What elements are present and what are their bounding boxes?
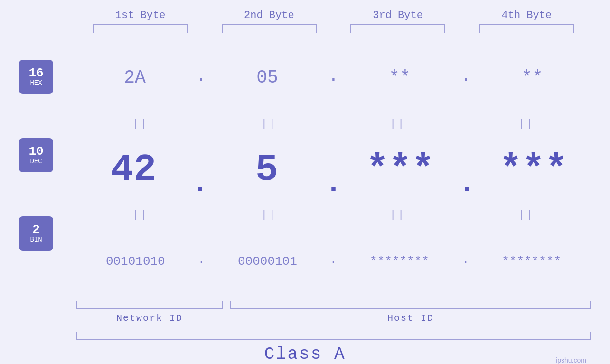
- eq1-b3: ||: [341, 118, 455, 130]
- class-row: Class A ipshu.com: [0, 345, 610, 364]
- bin-badge-num: 2: [32, 224, 40, 236]
- bracket-byte1: [93, 24, 188, 33]
- byte2-header: 2nd Byte: [212, 9, 326, 21]
- hex-dot2: .: [328, 65, 339, 90]
- hex-byte2-cell: 05: [210, 67, 324, 88]
- bin-dot2: .: [329, 252, 338, 271]
- dec-badge-num: 10: [28, 145, 43, 158]
- dec-dot3: .: [458, 153, 475, 200]
- bin-byte3-value: ********: [370, 254, 429, 269]
- bin-byte1-value: 00101010: [106, 254, 165, 269]
- host-bracket: [230, 301, 591, 309]
- bottom-brackets: [76, 301, 591, 309]
- eq2-b3: ||: [341, 209, 455, 221]
- bin-badge: 2 BIN: [19, 216, 53, 251]
- dec-byte2-value: 5: [255, 148, 278, 191]
- eq2-b2: ||: [212, 209, 326, 221]
- dec-byte3-value: ***: [366, 148, 434, 191]
- bracket-byte2: [222, 24, 317, 33]
- hex-byte4-value: **: [521, 67, 543, 88]
- hex-row: 2A . 05 . ** . **: [76, 37, 591, 118]
- watermark: ipshu.com: [556, 356, 586, 364]
- bin-byte4-cell: ********: [475, 254, 589, 269]
- eq1-b1: ||: [84, 118, 197, 130]
- bin-dot3: .: [461, 252, 469, 271]
- top-brackets: [0, 24, 610, 33]
- bottom-labels: Network ID Host ID: [76, 313, 591, 324]
- main-container: 1st Byte 2nd Byte 3rd Byte 4th Byte 16 H…: [0, 0, 610, 364]
- byte3-header: 3rd Byte: [341, 9, 455, 21]
- equals-row-1: || || || ||: [76, 118, 591, 130]
- bracket-byte3: [350, 24, 445, 33]
- bin-byte1-cell: 00101010: [78, 254, 192, 269]
- dec-byte2-cell: 5: [210, 148, 324, 191]
- byte1-header: 1st Byte: [84, 9, 197, 21]
- dec-byte1-cell: 42: [76, 148, 190, 191]
- eq2-b1: ||: [84, 209, 197, 221]
- bin-badge-label: BIN: [30, 236, 42, 243]
- class-label: Class A: [264, 345, 346, 364]
- bin-row: 00101010 . 00000101 . ******** . *******…: [76, 221, 591, 301]
- dec-byte3-cell: ***: [343, 148, 457, 191]
- eq2-b4: ||: [469, 209, 583, 221]
- dec-byte4-value: ***: [499, 148, 568, 191]
- hex-byte2-value: 05: [256, 67, 278, 88]
- bracket-byte4: [479, 24, 574, 33]
- hex-byte3-cell: **: [343, 67, 457, 88]
- bottom-section: Network ID Host ID: [0, 301, 610, 324]
- badges-column: 16 HEX 10 DEC 2 BIN: [19, 37, 76, 301]
- dec-badge-label: DEC: [30, 158, 42, 165]
- eq1-b4: ||: [469, 118, 583, 130]
- bin-byte2-value: 00000101: [238, 254, 297, 269]
- hex-dot3: .: [460, 65, 471, 90]
- dec-byte1-value: 42: [111, 148, 156, 191]
- dec-dot1: .: [192, 153, 209, 200]
- hex-byte3-value: **: [389, 67, 411, 88]
- hex-badge-label: HEX: [30, 79, 42, 87]
- equals-row-2: || || || ||: [76, 209, 591, 221]
- byte4-header: 4th Byte: [469, 9, 583, 21]
- content-area: 16 HEX 10 DEC 2 BIN 2A . 05: [0, 37, 610, 301]
- hex-byte1-value: 2A: [124, 67, 146, 88]
- dec-row: 42 . 5 . *** . ***: [76, 130, 591, 210]
- hex-badge-num: 16: [28, 67, 43, 79]
- host-id-label: Host ID: [230, 313, 591, 324]
- bin-byte4-value: ********: [502, 254, 561, 269]
- bin-byte3-cell: ********: [343, 254, 457, 269]
- network-bracket: [76, 301, 223, 309]
- dec-byte4-cell: ***: [477, 148, 591, 191]
- hex-dot1: .: [196, 65, 206, 90]
- hex-byte4-cell: **: [475, 67, 589, 88]
- hex-badge: 16 HEX: [19, 60, 53, 94]
- full-bracket: [76, 332, 591, 340]
- byte-headers: 1st Byte 2nd Byte 3rd Byte 4th Byte: [0, 9, 610, 21]
- dec-dot2: .: [325, 153, 342, 200]
- eq1-b2: ||: [212, 118, 326, 130]
- dec-badge: 10 DEC: [19, 138, 53, 172]
- network-id-label: Network ID: [76, 313, 223, 324]
- values-grid: 2A . 05 . ** . ** || || || ||: [76, 37, 591, 301]
- bin-byte2-cell: 00000101: [210, 254, 324, 269]
- hex-byte1-cell: 2A: [78, 67, 192, 88]
- bin-dot1: .: [197, 252, 206, 271]
- full-bracket-row: [0, 332, 610, 340]
